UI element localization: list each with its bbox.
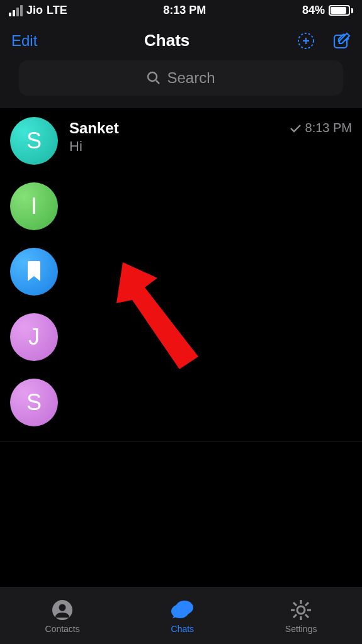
svg-point-4	[148, 72, 157, 81]
svg-line-5	[156, 80, 159, 84]
tab-label: Settings	[285, 624, 317, 634]
svg-line-16	[293, 602, 297, 606]
chat-name: Sanket	[69, 119, 278, 137]
read-check-icon	[289, 123, 302, 133]
page-title: Chats	[144, 31, 189, 50]
carrier-label: Jio	[26, 4, 43, 17]
avatar: I	[10, 182, 58, 230]
nav-bar: Edit Chats	[0, 18, 362, 60]
avatar	[10, 248, 58, 296]
avatar: J	[10, 313, 58, 361]
chat-row[interactable]: S Sanket Hi 8:13 PM	[0, 108, 362, 174]
contacts-icon	[51, 599, 74, 621]
avatar: S	[10, 117, 58, 165]
svg-line-17	[305, 614, 308, 618]
avatar: S	[10, 379, 58, 426]
svg-point-11	[297, 606, 305, 614]
chat-row[interactable]	[0, 239, 362, 304]
svg-line-18	[293, 614, 297, 618]
tab-settings[interactable]: Settings	[285, 599, 317, 634]
status-bar: Jio LTE 8:13 PM 84%	[0, 0, 362, 18]
cellular-signal-icon	[9, 5, 23, 16]
tab-chats[interactable]: Chats	[170, 599, 195, 634]
chats-icon	[170, 599, 195, 621]
network-label: LTE	[47, 4, 67, 17]
search-input[interactable]: Search	[19, 60, 343, 96]
bookmark-icon	[25, 261, 43, 282]
edit-button[interactable]: Edit	[11, 32, 37, 50]
chat-row[interactable]: S	[0, 370, 362, 435]
tab-bar: Contacts Chats Settings	[0, 587, 362, 644]
compose-icon[interactable]	[332, 31, 351, 50]
tab-contacts[interactable]: Contacts	[45, 599, 80, 634]
chat-list: S Sanket Hi 8:13 PM I J S	[0, 108, 362, 442]
new-group-icon[interactable]	[297, 31, 315, 50]
chat-preview: Hi	[69, 138, 278, 155]
tab-label: Chats	[171, 624, 195, 634]
search-icon	[147, 71, 161, 85]
chat-time: 8:13 PM	[305, 121, 352, 135]
divider	[0, 441, 362, 442]
battery-icon	[329, 5, 353, 16]
battery-pct: 84%	[302, 4, 325, 17]
search-placeholder: Search	[167, 69, 215, 87]
svg-line-19	[305, 602, 308, 606]
tab-label: Contacts	[45, 624, 80, 634]
svg-point-8	[59, 604, 66, 611]
chat-row[interactable]: J	[0, 304, 362, 370]
status-time: 8:13 PM	[163, 4, 206, 17]
chat-row[interactable]: I	[0, 174, 362, 239]
settings-icon	[290, 599, 312, 621]
